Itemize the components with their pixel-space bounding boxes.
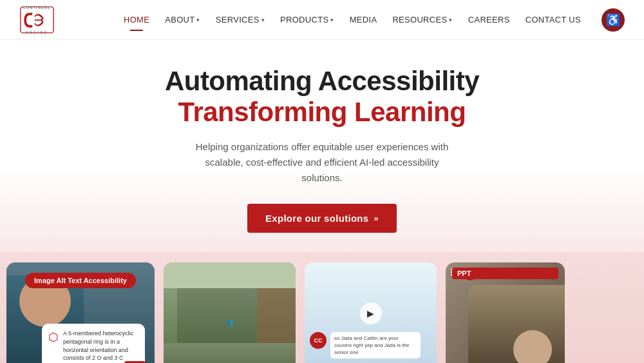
cc-text: so Jada and Caitlin are your cousins rig…: [330, 332, 421, 359]
card-ppt: ⏰ PPT: [446, 262, 565, 363]
explore-solutions-button[interactable]: Explore our solutions »: [247, 204, 397, 233]
card-closed-captioning: ▶ CC so Jada and Caitlin are your cousin…: [305, 262, 437, 363]
main-nav: HOME ABOUT ▾ SERVICES ▾ PRODUCTS ▾ MEDIA…: [109, 10, 595, 30]
nav-contact[interactable]: CONTACT US: [519, 10, 587, 30]
ppt-badge: PPT: [452, 268, 558, 279]
chevrons-icon: »: [374, 213, 379, 223]
svg-text:ENGINE: ENGINE: [26, 30, 48, 34]
hero-heading-1: Automating Accessibility: [13, 66, 631, 97]
image-alt-badge: Image Alt Text Accessibility: [25, 273, 136, 288]
cc-area: CC so Jada and Caitlin are your cousins …: [310, 332, 421, 359]
cc-icon: CC: [310, 332, 327, 349]
alt-text-description: A 5-membered heterocyclic pentagonal rin…: [63, 329, 138, 363]
hero-subtext: Helping organizations offer equitable us…: [187, 139, 457, 186]
nav-media[interactable]: MEDIA: [343, 10, 384, 30]
nav-home[interactable]: HOME: [117, 10, 156, 30]
accessibility-button[interactable]: ♿: [601, 8, 625, 32]
nav-services[interactable]: SERVICES ▾: [209, 10, 271, 30]
molecule-icon: ⬡: [48, 329, 59, 346]
nav-products[interactable]: PRODUCTS ▾: [274, 10, 341, 30]
accessibility-icon: ♿: [606, 13, 620, 27]
chevron-down-icon: ▾: [449, 17, 452, 23]
card-image-alt: Image Alt Text Accessibility ⬡ A 5-membe…: [6, 262, 155, 363]
chevron-down-icon: ▾: [196, 17, 200, 23]
header: CONTINUAL ENGINE · · · · · · · · · HOME …: [0, 0, 644, 40]
alt-text-box: ⬡ A 5-membered heterocyclic pentagonal r…: [42, 324, 145, 363]
hero-section: Automating Accessibility Transforming Le…: [0, 40, 644, 252]
svg-text:· · · · · · · · ·: · · · · · · · · ·: [32, 19, 43, 21]
svg-text:CONTINUAL: CONTINUAL: [23, 6, 51, 10]
nav-resources[interactable]: RESOURCES ▾: [386, 10, 459, 30]
logo[interactable]: CONTINUAL ENGINE · · · · · · · · ·: [19, 4, 109, 36]
nav-about[interactable]: ABOUT ▾: [158, 10, 207, 30]
logo-icon: CONTINUAL ENGINE · · · · · · · · ·: [19, 4, 55, 36]
nav-careers[interactable]: CAREERS: [462, 10, 516, 30]
play-button[interactable]: ▶: [360, 302, 382, 324]
chevron-down-icon: ▾: [261, 17, 265, 23]
hero-heading-2: Transforming Learning: [13, 97, 631, 128]
cards-section: Image Alt Text Accessibility ⬡ A 5-membe…: [0, 252, 644, 363]
card-people: 👥: [164, 262, 296, 363]
chevron-down-icon: ▾: [330, 17, 334, 23]
play-icon: ▶: [367, 308, 374, 319]
